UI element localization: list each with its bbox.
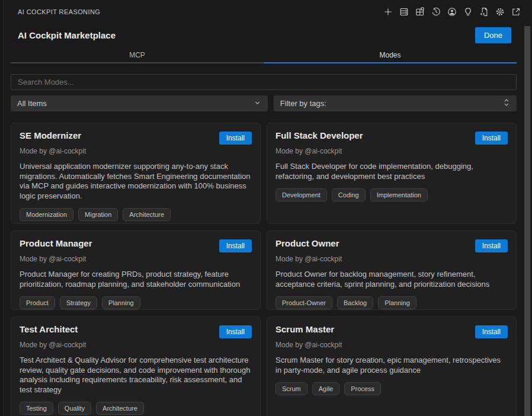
mode-description: Product Manager for creating PRDs, produ… [20, 270, 252, 289]
items-filter-select[interactable]: All Items [11, 95, 268, 111]
tag-badge: Process [344, 382, 381, 395]
add-icon[interactable] [382, 5, 395, 18]
mode-card-test-architect: Test Architect Install Mode by @ai-cockp… [11, 316, 261, 416]
mode-author: Mode by @ai-cockpit [20, 147, 252, 155]
tag-badge: Product [20, 296, 55, 309]
install-button[interactable]: Install [475, 132, 508, 145]
mode-description: Product Owner for backlog management, st… [275, 270, 508, 289]
tag-badge: Implementation [370, 188, 428, 201]
tag-badge: Architecture [96, 402, 144, 415]
title-bar: AI COCKPIT REASONING [4, 0, 532, 24]
tags-filter-select[interactable]: Filter by tags: [274, 95, 517, 111]
marketplace-header: AI Cockpit Marketplace Done [4, 24, 532, 47]
card-head: Scrum Master Install [275, 324, 508, 338]
mode-author: Mode by @ai-cockpit [275, 147, 508, 155]
install-button[interactable]: Install [219, 239, 252, 252]
tag-badge: Coding [332, 188, 366, 201]
search-input[interactable] [11, 74, 517, 90]
mode-tags: Product Strategy Planning [20, 296, 252, 309]
tag-badge: Backlog [337, 296, 373, 309]
mode-tags: Scrum Agile Process [275, 382, 508, 395]
mode-title: Full Stack Developer [275, 130, 363, 140]
mode-title: Product Owner [275, 238, 339, 248]
mode-card-product-manager: Product Manager Install Mode by @ai-cock… [11, 231, 261, 310]
tag-badge: Migration [78, 208, 118, 221]
tag-badge: Product-Owner [275, 296, 332, 309]
open-external-icon[interactable] [509, 5, 523, 18]
mode-description: Test Architect & Quality Advisor for com… [20, 356, 252, 395]
tab-modes[interactable]: Modes [264, 47, 517, 63]
chevron-up-down-icon [503, 98, 510, 109]
layout-panels-icon[interactable] [414, 5, 427, 18]
install-button[interactable]: Install [475, 239, 508, 252]
tags-filter-value: Filter by tags: [280, 99, 326, 108]
card-head: Product Owner Install [275, 238, 508, 252]
mode-description: Full Stack Developer for code implementa… [275, 162, 508, 181]
tag-badge: Modernization [20, 208, 73, 221]
tab-bar: MCP Modes [11, 47, 517, 63]
tag-badge: Quality [58, 402, 91, 415]
settings-gear-icon[interactable] [493, 5, 507, 18]
mode-author: Mode by @ai-cockpit [20, 341, 252, 349]
tag-badge: Architecture [123, 208, 171, 221]
mode-description: Universal application modernizer support… [20, 162, 252, 201]
tag-badge: Planning [102, 296, 140, 309]
history-icon[interactable] [430, 5, 443, 18]
tag-badge: Planning [378, 296, 416, 309]
modes-grid: SE Modernizer Install Mode by @ai-cockpi… [11, 123, 517, 416]
card-head: Full Stack Developer Install [275, 130, 508, 145]
mode-title: Test Architect [20, 324, 78, 334]
vertical-scrollbar[interactable] [524, 26, 530, 416]
panel-left-edge [0, 0, 4, 416]
chevron-down-icon [254, 99, 261, 108]
mode-card-full-stack-developer: Full Stack Developer Install Mode by @ai… [267, 123, 517, 224]
lightbulb-icon[interactable] [462, 5, 475, 18]
card-head: Product Manager Install [20, 238, 252, 252]
install-button[interactable]: Install [219, 132, 252, 145]
tag-badge: Scrum [275, 382, 307, 395]
install-button[interactable]: Install [219, 325, 252, 338]
mode-card-scrum-master: Scrum Master Install Mode by @ai-cockpit… [267, 316, 517, 416]
tag-badge: Strategy [60, 296, 97, 309]
server-icon[interactable] [398, 5, 411, 18]
tab-mcp[interactable]: MCP [11, 47, 264, 63]
tag-badge: Development [275, 188, 327, 201]
mode-description: Scrum Master for story creation, epic ma… [275, 356, 508, 375]
items-filter-value: All Items [17, 99, 47, 108]
mode-author: Mode by @ai-cockpit [20, 255, 252, 263]
mode-tags: Development Coding Implementation [275, 188, 508, 201]
filter-row: All Items Filter by tags: [11, 95, 517, 111]
title-bar-actions [382, 5, 523, 18]
panel-title: AI COCKPIT REASONING [18, 8, 100, 15]
account-icon[interactable] [446, 5, 459, 18]
mode-author: Mode by @ai-cockpit [275, 341, 508, 349]
marketplace-panel: AI COCKPIT REASONING [0, 0, 532, 416]
tab-modes-label: Modes [379, 51, 400, 59]
mode-tags: Product-Owner Backlog Planning [275, 296, 508, 309]
card-head: SE Modernizer Install [20, 130, 252, 145]
install-button[interactable]: Install [475, 325, 508, 338]
mode-tags: Testing Quality Architecture [20, 402, 252, 415]
mode-author: Mode by @ai-cockpit [275, 255, 508, 263]
mode-tags: Modernization Migration Architecture [20, 208, 252, 221]
card-head: Test Architect Install [20, 324, 252, 338]
page-title: AI Cockpit Marketplace [18, 30, 116, 40]
done-button[interactable]: Done [475, 27, 511, 43]
file-code-icon[interactable] [477, 5, 491, 18]
mode-card-product-owner: Product Owner Install Mode by @ai-cockpi… [267, 231, 517, 310]
tag-badge: Testing [20, 402, 53, 415]
mode-title: Product Manager [20, 238, 92, 248]
mode-title: SE Modernizer [20, 130, 81, 140]
tab-mcp-label: MCP [129, 51, 145, 59]
mode-card-se-modernizer: SE Modernizer Install Mode by @ai-cockpi… [11, 123, 261, 224]
tag-badge: Agile [312, 382, 339, 395]
mode-title: Scrum Master [275, 324, 334, 334]
